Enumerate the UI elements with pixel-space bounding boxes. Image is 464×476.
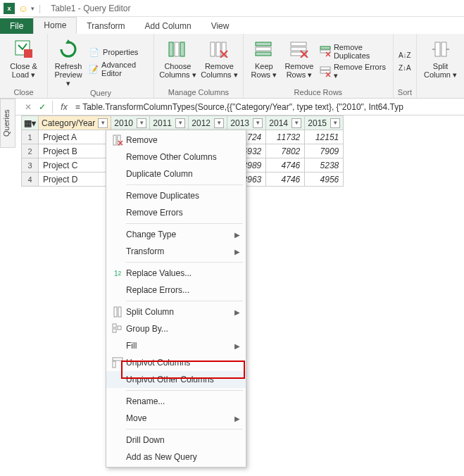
svg-rect-2 bbox=[169, 42, 173, 56]
menu-split-column[interactable]: Split Column▶ bbox=[106, 303, 246, 320]
sort-asc-icon: A↓Z bbox=[399, 50, 410, 61]
col-header-2014[interactable]: 2014▼ bbox=[266, 116, 305, 130]
sort-desc-button[interactable]: Z↓A bbox=[398, 62, 412, 75]
choose-columns-icon bbox=[166, 38, 189, 61]
ribbon: Close & Load ▾ Close Refresh Preview ▾ 📄… bbox=[0, 34, 464, 99]
svg-rect-8 bbox=[256, 42, 271, 46]
submenu-arrow-icon: ▶ bbox=[234, 231, 240, 239]
svg-rect-18 bbox=[435, 42, 440, 56]
svg-rect-4 bbox=[180, 42, 184, 56]
smiley-icon[interactable]: ☺ bbox=[17, 2, 30, 15]
svg-rect-28 bbox=[113, 361, 115, 368]
split-column-icon bbox=[109, 306, 126, 318]
svg-rect-9 bbox=[256, 47, 271, 51]
tab-file[interactable]: File bbox=[0, 18, 33, 34]
advanced-editor-button[interactable]: 📝Advanced Editor bbox=[87, 60, 149, 78]
menu-remove-other[interactable]: Remove Other Columns bbox=[106, 149, 246, 165]
menu-duplicate[interactable]: Duplicate Column bbox=[106, 165, 246, 182]
menu-replace-errors[interactable]: Replace Errors... bbox=[106, 282, 246, 299]
sort-desc-icon: Z↓A bbox=[399, 63, 410, 74]
menu-group-by[interactable]: Group By... bbox=[106, 320, 246, 337]
title-bar: x ☺ ▾ | Table1 - Query Editor bbox=[0, 0, 464, 17]
close-and-load-button[interactable]: Close & Load ▾ bbox=[4, 37, 43, 87]
filter-icon[interactable]: ▼ bbox=[214, 118, 224, 128]
tab-add-column[interactable]: Add Column bbox=[135, 18, 201, 34]
split-column-icon bbox=[429, 38, 452, 61]
svg-rect-25 bbox=[113, 329, 116, 332]
sort-asc-button[interactable]: A↓Z bbox=[398, 49, 412, 62]
col-header-2010[interactable]: 2010▼ bbox=[111, 116, 150, 130]
split-column-button[interactable]: Split Column ▾ bbox=[421, 37, 460, 95]
remove-columns-button[interactable]: Remove Columns ▾ bbox=[200, 37, 239, 87]
submenu-arrow-icon: ▶ bbox=[234, 248, 240, 256]
submenu-arrow-icon: ▶ bbox=[234, 342, 240, 350]
menu-transform[interactable]: Transform▶ bbox=[106, 243, 246, 260]
filter-icon[interactable]: ▼ bbox=[330, 118, 340, 128]
excel-icon: x bbox=[3, 2, 15, 15]
svg-rect-15 bbox=[320, 50, 330, 53]
filter-icon[interactable]: ▼ bbox=[291, 118, 301, 128]
menu-fill[interactable]: Fill▶ bbox=[106, 337, 246, 354]
svg-rect-23 bbox=[118, 307, 121, 317]
tab-transform[interactable]: Transform bbox=[77, 18, 134, 34]
col-header-2012[interactable]: 2012▼ bbox=[189, 116, 227, 130]
choose-columns-button[interactable]: Choose Columns ▾ bbox=[158, 37, 197, 87]
svg-rect-6 bbox=[216, 42, 220, 56]
col-header-2015[interactable]: 2015▼ bbox=[305, 116, 344, 130]
remove-columns-icon bbox=[208, 38, 230, 61]
properties-button[interactable]: 📄Properties bbox=[87, 46, 149, 58]
tab-view[interactable]: View bbox=[201, 18, 239, 34]
formula-input[interactable]: = Table.TransformColumnTypes(Source,{{"C… bbox=[73, 102, 464, 112]
properties-icon: 📄 bbox=[89, 46, 100, 58]
col-header-2011[interactable]: 2011▼ bbox=[150, 116, 189, 130]
menu-move[interactable]: Move▶ bbox=[106, 410, 246, 427]
select-all-corner[interactable]: ▦▾ bbox=[22, 116, 39, 130]
group-by-icon bbox=[109, 323, 126, 334]
queries-pane-toggle[interactable]: Queries bbox=[0, 99, 15, 148]
svg-rect-1 bbox=[24, 49, 32, 58]
submenu-arrow-icon: ▶ bbox=[234, 308, 240, 316]
col-header-category[interactable]: Category/Year▼ bbox=[39, 116, 111, 130]
ribbon-tabs: File Home Transform Add Column View bbox=[0, 17, 464, 34]
svg-rect-12 bbox=[291, 47, 306, 51]
svg-rect-17 bbox=[320, 70, 330, 73]
window-title: Table1 - Query Editor bbox=[51, 4, 130, 13]
close-load-icon bbox=[13, 38, 35, 61]
submenu-arrow-icon: ▶ bbox=[234, 415, 240, 422]
svg-rect-14 bbox=[320, 46, 330, 49]
cancel-formula-icon[interactable]: ✕ bbox=[21, 102, 35, 112]
svg-rect-22 bbox=[114, 307, 117, 317]
menu-remove-errors[interactable]: Remove Errors bbox=[106, 204, 246, 221]
fx-icon[interactable]: fx bbox=[56, 102, 73, 112]
filter-icon[interactable]: ▼ bbox=[137, 118, 146, 128]
replace-values-icon: 12 bbox=[109, 270, 126, 277]
menu-unpivot-other-columns[interactable]: Unpivot Other Columns bbox=[106, 371, 246, 388]
column-context-menu: Remove Remove Other Columns Duplicate Co… bbox=[106, 130, 246, 468]
accept-formula-icon[interactable]: ✓ bbox=[35, 102, 49, 112]
refresh-preview-button[interactable]: Refresh Preview ▾ bbox=[52, 37, 84, 87]
svg-rect-11 bbox=[291, 42, 306, 46]
keep-rows-icon bbox=[253, 38, 275, 61]
menu-change-type[interactable]: Change Type▶ bbox=[106, 226, 246, 243]
tab-home[interactable]: Home bbox=[33, 17, 77, 34]
keep-rows-button[interactable]: Keep Rows ▾ bbox=[248, 37, 280, 87]
col-header-2013[interactable]: 2013▼ bbox=[227, 116, 266, 130]
menu-rename[interactable]: Rename... bbox=[106, 393, 246, 410]
unpivot-icon bbox=[109, 357, 126, 368]
svg-rect-20 bbox=[113, 135, 116, 145]
qat-dropdown-icon[interactable]: ▾ bbox=[31, 5, 35, 12]
menu-add-as-new-query[interactable]: Add as New Query bbox=[106, 449, 246, 465]
menu-remove-duplicates[interactable]: Remove Duplicates bbox=[106, 187, 246, 204]
menu-replace-values[interactable]: 12Replace Values... bbox=[106, 265, 246, 282]
filter-icon[interactable]: ▼ bbox=[253, 118, 263, 128]
remove-rows-button[interactable]: Remove Rows ▾ bbox=[283, 37, 315, 87]
menu-unpivot-columns[interactable]: Unpivot Columns bbox=[106, 354, 246, 371]
remove-duplicates-button[interactable]: Remove Duplicates bbox=[318, 42, 389, 61]
filter-icon[interactable]: ▼ bbox=[98, 118, 108, 128]
remove-column-icon bbox=[109, 134, 126, 146]
menu-drill-down[interactable]: Drill Down bbox=[106, 432, 246, 449]
formula-bar: ✕ ✓ fx = Table.TransformColumnTypes(Sour… bbox=[0, 99, 464, 115]
menu-remove[interactable]: Remove bbox=[106, 132, 246, 149]
remove-errors-button[interactable]: Remove Errors ▾ bbox=[318, 62, 389, 81]
filter-icon[interactable]: ▼ bbox=[175, 118, 185, 128]
